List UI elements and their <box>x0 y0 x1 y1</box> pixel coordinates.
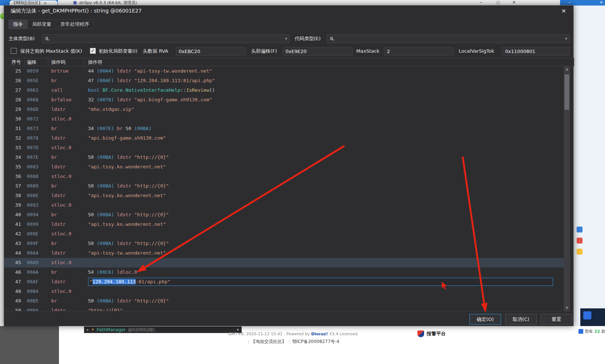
il-row-47[interactable]: 4700AFldstr"129.204.189.113:81/api.php" <box>4 277 570 287</box>
il-row-38[interactable]: 38008Eldstr"api.tssy.ko.wonderent.net" <box>4 191 570 200</box>
selected-text: 129.204.189.113 <box>92 279 136 284</box>
tab-label: 异常处理程序 <box>60 21 89 28</box>
ok-button[interactable]: 确定(O) <box>469 314 501 325</box>
il-row-34[interactable]: 34007Ebr50 (00BA) ldstr "http://{0}" <box>4 153 570 162</box>
scroll-down-icon[interactable]: ▼ <box>564 305 570 311</box>
maximize-icon[interactable]: □ <box>494 0 502 6</box>
row-operand: "api.bingf-game.sh9130.com" <box>84 133 570 143</box>
keep-maxstack-checkbox[interactable] <box>11 48 17 54</box>
il-row-33[interactable]: 33007Dstloc.0 <box>4 143 570 153</box>
browser-minimize-icon[interactable]: ─ <box>566 0 573 6</box>
browser-tab[interactable]: 【MEN交流社区】 × <box>10 0 57 6</box>
row-index: 36 <box>4 172 25 181</box>
row-offset: 007D <box>25 143 48 153</box>
il-row-25[interactable]: 250059brtrue44 (00A4) ldstr "api-tssy-tw… <box>4 66 570 76</box>
background-panel <box>580 308 605 326</box>
close-icon[interactable]: ✕ <box>510 0 518 6</box>
edit-text: :81/api.php" <box>136 279 170 284</box>
browser-tab-title: 【MEN交流社区】 <box>12 0 42 6</box>
row-offset: 009E <box>25 229 48 239</box>
row-index: 35 <box>4 162 25 172</box>
code-type-label: 代码类型(E) <box>295 34 321 43</box>
dnspy-window-edge <box>0 326 59 364</box>
il-row-44[interactable]: 4400A4ldstr"api-tssy-tw.wonderent.net" <box>4 248 570 258</box>
il-row-26[interactable]: 26005Ebr47 (00AF) ldstr "129.204.189.113… <box>4 76 570 85</box>
dialog-titlebar[interactable]: 编辑方法体 - get_DKMPHPPort() : string @06001… <box>4 6 573 17</box>
row-index: 30 <box>4 114 25 124</box>
init-locals-checkbox[interactable]: ✓ <box>90 48 96 54</box>
row-operand: 32 (0078) ldstr "api.bingf-game.sh9130.c… <box>84 95 570 105</box>
row-opcode: brfalse <box>48 95 84 105</box>
row-index: 48 <box>4 287 25 296</box>
row-offset: 0093 <box>25 200 48 210</box>
side-app-icon[interactable] <box>577 249 583 255</box>
dialog-button-bar: 确定(O) 取消(C) 重置 <box>4 311 573 326</box>
il-row-27[interactable]: 270063callbool BF.Core.NativeInterfaceHe… <box>4 85 570 95</box>
il-row-28[interactable]: 280068brfalse32 (0078) ldstr "api.bingf-… <box>4 95 570 105</box>
localvarsigtok-field[interactable]: 0x11000801 <box>502 47 570 56</box>
side-app-icon[interactable] <box>577 227 583 232</box>
scroll-up-icon[interactable]: ▲ <box>564 66 570 72</box>
il-row-45[interactable]: 4500A9stloc.0 <box>4 258 570 267</box>
table-scrollbar[interactable]: ▲ ▼ <box>564 66 570 311</box>
row-offset: 008E <box>25 191 48 200</box>
browser-close-icon[interactable]: ✕ <box>598 0 605 6</box>
body-type-combobox[interactable]: IL ▾ <box>42 34 290 43</box>
software-manager-icon <box>578 329 583 334</box>
il-row-42[interactable]: 42009Estloc.0 <box>4 229 570 239</box>
row-operand: "api.tssy.ko.wonderent.net" <box>84 162 570 172</box>
il-row-32[interactable]: 320078ldstr"api.bingf-game.sh9130.com" <box>4 133 570 143</box>
il-row-50[interactable]: 5000BAldstr"http://{0}" <box>4 306 570 311</box>
row-index: 42 <box>4 229 25 239</box>
row-index: 38 <box>4 191 25 200</box>
row-offset: 0088 <box>25 172 48 181</box>
il-row-49[interactable]: 4900B5br50 (00BA) ldstr "http://{0}" <box>4 296 570 306</box>
header-rva-field[interactable]: 0xEBC20 <box>176 47 246 56</box>
panel-app-icon[interactable] <box>583 311 591 319</box>
keep-maxstack-label: 保持之前的 MaxStack 值(K) <box>20 47 82 56</box>
dialog-close-icon[interactable]: ✕ <box>560 8 567 14</box>
update-notification[interactable]: 您有 22 款应用有可用更 <box>578 326 605 336</box>
row-offset: 0083 <box>25 162 48 172</box>
maxstack-field[interactable]: 2 <box>384 47 454 56</box>
il-row-30[interactable]: 300072stloc.0 <box>4 114 570 124</box>
scrollbar-thumb[interactable] <box>564 74 569 110</box>
il-row-36[interactable]: 360088stloc.0 <box>4 172 570 181</box>
il-table-body: 250059brtrue44 (00A4) ldstr "api-tssy-tw… <box>4 66 570 311</box>
tab-instructions[interactable]: 指令 <box>8 20 28 29</box>
row-index: 40 <box>4 210 25 220</box>
code-type-combobox[interactable]: IL ▾ <box>327 34 570 43</box>
row-offset: 00BA <box>25 306 48 311</box>
row-operand <box>84 114 570 124</box>
header-offset-field[interactable]: 0xE9E20 <box>283 47 353 56</box>
il-row-48[interactable]: 4800B4stloc.0 <box>4 287 570 296</box>
tab-close-icon[interactable]: × <box>43 1 46 5</box>
il-row-43[interactable]: 43009Fbr50 (00BA) ldstr "http://{0}" <box>4 239 570 248</box>
operand-edit-input[interactable]: "129.204.189.113:81/api.php" <box>88 278 553 286</box>
cancel-button[interactable]: 取消(C) <box>505 314 537 325</box>
il-row-41[interactable]: 410099ldstr"api.tssy.ko.wonderent.net" <box>4 220 570 229</box>
il-row-31[interactable]: 310073br34 (007E) br 50 (00BA) <box>4 124 570 133</box>
row-offset: 0073 <box>25 124 48 133</box>
il-row-39[interactable]: 390093stloc.0 <box>4 200 570 210</box>
row-operand: 50 (00BA) ldstr "http://{0}" <box>84 153 570 162</box>
side-app-icon[interactable] <box>577 238 583 244</box>
row-operand: "api.tssy.ko.wonderent.net" <box>84 191 570 200</box>
reset-button[interactable]: 重置 <box>541 314 572 325</box>
chevron-down-icon: ▾ <box>565 35 567 43</box>
row-operand: 50 (00BA) ldstr "http://{0}" <box>84 210 570 220</box>
tab-local-variables[interactable]: 局部变量 <box>28 20 56 29</box>
il-row-37[interactable]: 370089br50 (00BA) ldstr "http://{0}" <box>4 181 570 191</box>
il-row-29[interactable]: 29006Dldstr"mho.xtdgac.vip" <box>4 105 570 114</box>
row-index: 31 <box>4 124 25 133</box>
discuz-brand: Discuz! <box>311 332 328 336</box>
il-row-40[interactable]: 400094br50 (00BA) ldstr "http://{0}" <box>4 210 570 220</box>
alarm-platform: 报警平台 <box>417 330 446 337</box>
row-offset: 00AA <box>25 267 48 277</box>
row-operand <box>84 143 570 153</box>
il-row-46[interactable]: 4600AAbr54 (00C6) ldloc.0 <box>4 267 570 277</box>
il-row-35[interactable]: 350083ldstr"api.tssy.ko.wonderent.net" <box>4 162 570 172</box>
minimize-icon[interactable]: ─ <box>477 0 485 6</box>
tab-exception-handlers[interactable]: 异常处理程序 <box>56 20 94 29</box>
row-operand <box>84 200 570 210</box>
